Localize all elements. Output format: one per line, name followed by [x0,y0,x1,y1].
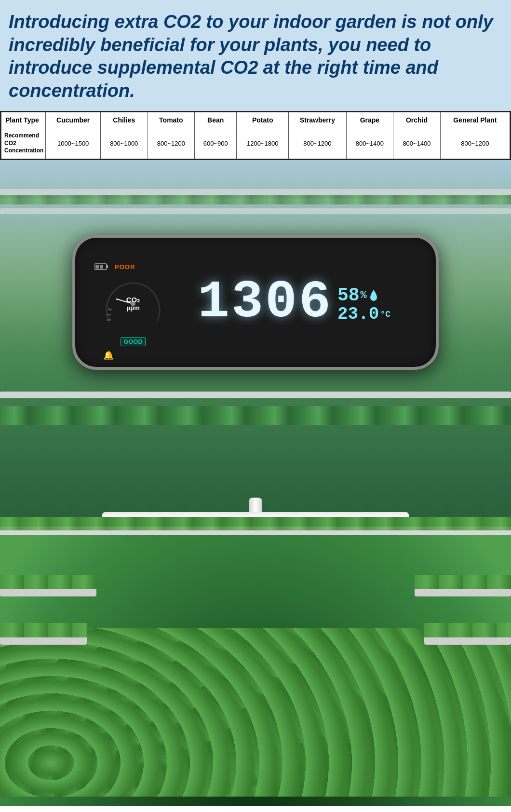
co2-text: CO₂ [126,296,140,304]
svg-rect-2 [95,265,99,269]
table-header-bean: Bean [195,112,237,128]
shelf-top-1 [0,189,511,195]
temperature-value: 23.0 [337,306,379,323]
table-header-orchid: Orchid [393,112,441,128]
table-cell-potato: 1200~1800 [237,128,289,159]
left-plant-row-1 [0,575,96,589]
plant-row-wide [0,517,511,530]
table-header-chilies: Chilies [100,112,148,128]
table-header-potato: Potato [237,112,289,128]
humidity-value: 58 [337,286,360,305]
plant-row-mid [0,406,511,425]
lettuce-bottom [0,628,511,797]
device-display: POOR CO₂ pp [72,235,439,370]
shelf-mid-1 [0,392,511,398]
table-section: Plant Type Cucumber Chilies Tomato Bean … [0,111,511,160]
table-header-strawberry: Strawberry [289,112,346,128]
table-row-label: Recommend CO2 Concentration [1,128,46,159]
table-header-grape: Grape [346,112,393,128]
gauge-dial: CO₂ ppm [102,272,164,335]
shelf-top-3 [0,208,511,214]
droplet-icon [368,289,379,302]
right-plant-row-1 [415,575,511,589]
good-status-label: GOOD [121,337,146,346]
temperature-display: 23.0 °C [337,306,390,323]
co2-center-label: CO₂ ppm [126,296,140,312]
device-container: POOR CO₂ pp [72,235,439,370]
svg-rect-3 [100,265,103,269]
garden-section: POOR CO₂ pp [0,160,511,806]
right-plant-row-2 [424,623,511,637]
plant-row-top [0,195,511,204]
temp-unit: °C [380,310,390,319]
table-cell-chilies: 800~1000 [100,128,148,159]
gauge-panel: POOR CO₂ pp [94,258,172,346]
side-readings: 58 % 23.0 °C [337,286,390,323]
readings-panel: 1306 58 % 23.0 °C [172,276,417,329]
table-header-general-plant: General Plant [440,112,510,128]
table-cell-tomato: 800~1200 [148,128,195,159]
table-cell-orchid: 800~1400 [393,128,441,159]
poor-status-label: POOR [115,263,135,271]
svg-rect-1 [107,265,108,268]
table-cell-grape: 800~1400 [346,128,393,159]
humidity-display: 58 % [337,286,379,305]
co2-concentration-table: Plant Type Cucumber Chilies Tomato Bean … [1,112,510,159]
humidity-unit: % [361,290,367,301]
table-header-plant-type: Plant Type [1,112,46,128]
ppm-text: ppm [126,304,140,312]
table-cell-bean: 600~900 [195,128,237,159]
table-cell-strawberry: 800~1200 [289,128,346,159]
table-cell-cucumber: 1000~1500 [46,128,101,159]
battery-icon [94,263,109,271]
header-section: Introducing extra CO2 to your indoor gar… [0,0,511,111]
bell-icon: 🔔 [103,350,114,361]
table-header-tomato: Tomato [148,112,195,128]
table-cell-general-plant: 800~1200 [440,128,510,159]
header-text: Introducing extra CO2 to your indoor gar… [9,11,502,102]
battery-status: POOR [94,263,135,271]
left-plant-row-2 [0,623,87,637]
table-header-cucumber: Cucumber [46,112,101,128]
co2-main-reading: 1306 [198,276,333,329]
